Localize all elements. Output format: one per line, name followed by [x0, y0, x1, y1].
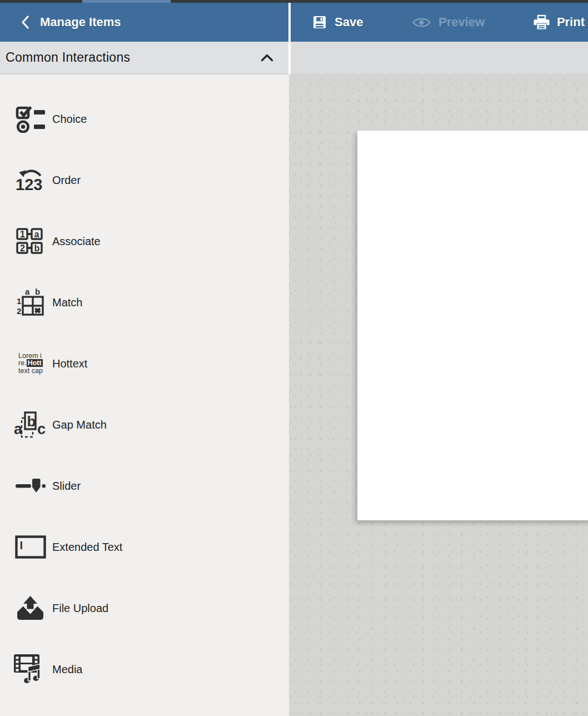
sidebar-item-slider[interactable]: Slider: [0, 455, 289, 516]
associate-icon: 1 a 2 b: [12, 228, 49, 255]
item-canvas: [289, 74, 588, 716]
sidebar-item-associate[interactable]: 1 a 2 b Associate: [0, 211, 289, 272]
order-icon: 123: [12, 169, 49, 191]
match-icon: a b 1 2: [12, 289, 49, 316]
svg-text:b: b: [34, 243, 40, 253]
preview-button-label: Preview: [438, 15, 485, 29]
common-interactions-section-header[interactable]: Common Interactions: [0, 42, 289, 74]
preview-button[interactable]: Preview: [412, 15, 485, 29]
svg-text:c: c: [37, 421, 46, 437]
sidebar-item-gap-match[interactable]: a b c Gap Match: [0, 394, 289, 455]
svg-text:b: b: [35, 289, 40, 296]
sidebar-item-extended-text[interactable]: I Extended Text: [0, 516, 289, 578]
svg-text:2: 2: [20, 243, 25, 253]
blank-item-page[interactable]: [357, 131, 588, 520]
svg-text:1: 1: [20, 230, 25, 239]
sidebar-item-label: Associate: [52, 235, 101, 248]
sidebar-item-label: Match: [52, 296, 82, 309]
manage-items-button[interactable]: Manage Items: [0, 3, 288, 42]
sidebar-item-order[interactable]: 123 Order: [0, 150, 289, 211]
svg-text:a: a: [34, 230, 39, 239]
hottext-icon: Lorem i re.Hott text cap: [12, 352, 49, 375]
printer-icon: [534, 14, 550, 31]
svg-text:b: b: [27, 413, 36, 430]
sidebar-item-label: Extended Text: [52, 541, 122, 554]
header-toolbar: Save Preview Print: [288, 3, 588, 42]
panel-divider: [288, 3, 291, 74]
svg-text:123: 123: [16, 176, 42, 191]
section-title: Common Interactions: [6, 50, 130, 65]
chevron-left-icon: [21, 15, 29, 29]
interactions-sidebar: Choice 123 Order: [0, 74, 289, 716]
interactions-list: Choice 123 Order: [0, 74, 289, 700]
sidebar-item-label: Slider: [52, 480, 81, 493]
sidebar-item-label: Hottext: [52, 357, 87, 370]
sidebar-item-choice[interactable]: Choice: [0, 88, 289, 150]
canvas-toolbar-strip: [289, 42, 588, 74]
svg-text:2: 2: [17, 306, 21, 316]
extended-text-icon: I: [12, 535, 49, 559]
app-header: Manage Items Save Preview: [0, 3, 588, 42]
sidebar-item-label: Order: [52, 174, 81, 187]
sidebar-item-label: Media: [52, 663, 82, 676]
page-title: Manage Items: [40, 15, 121, 29]
print-button[interactable]: Print: [534, 14, 585, 31]
save-button-label: Save: [335, 15, 363, 29]
sidebar-item-media[interactable]: Media: [0, 639, 289, 700]
eye-icon: [412, 16, 431, 29]
sidebar-item-label: Gap Match: [52, 419, 107, 431]
svg-text:a: a: [14, 421, 23, 437]
gap-match-icon: a b c: [12, 409, 49, 441]
chevron-up-icon: [261, 54, 273, 62]
sidebar-item-hottext[interactable]: Lorem i re.Hott text cap Hottext: [0, 333, 289, 394]
sidebar-item-match[interactable]: a b 1 2 Match: [0, 272, 289, 333]
sidebar-item-label: File Upload: [52, 602, 108, 615]
sidebar-item-file-upload[interactable]: File Upload: [0, 578, 289, 639]
media-icon: [12, 654, 49, 684]
slider-icon: [12, 478, 49, 494]
svg-text:1: 1: [17, 296, 21, 306]
sidebar-item-label: Choice: [52, 113, 87, 126]
svg-text:I: I: [20, 539, 23, 551]
floppy-disk-icon: [312, 14, 327, 30]
svg-text:a: a: [25, 289, 30, 296]
print-button-label: Print: [557, 15, 585, 29]
file-upload-icon: [12, 595, 49, 621]
choice-icon: [12, 105, 49, 133]
save-button[interactable]: Save: [312, 14, 363, 30]
